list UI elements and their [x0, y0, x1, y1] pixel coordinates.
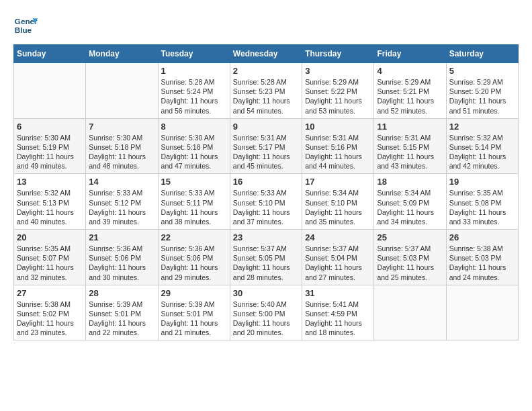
calendar-cell: 5Sunrise: 5:29 AM Sunset: 5:20 PM Daylig… [446, 63, 518, 119]
day-info: Sunrise: 5:28 AM Sunset: 5:24 PM Dayligh… [161, 77, 227, 116]
day-number: 3 [305, 66, 371, 76]
day-info: Sunrise: 5:33 AM Sunset: 5:12 PM Dayligh… [89, 188, 154, 226]
day-info: Sunrise: 5:28 AM Sunset: 5:23 PM Dayligh… [233, 77, 299, 116]
page-header: General Blue [13, 13, 519, 38]
calendar-cell: 27Sunrise: 5:38 AM Sunset: 5:02 PM Dayli… [14, 285, 86, 340]
day-number: 16 [233, 177, 299, 187]
calendar-header: SundayMondayTuesdayWednesdayThursdayFrid… [14, 45, 519, 63]
calendar-cell: 22Sunrise: 5:36 AM Sunset: 5:06 PM Dayli… [158, 230, 230, 285]
calendar-cell: 17Sunrise: 5:34 AM Sunset: 5:10 PM Dayli… [302, 174, 374, 230]
day-number: 10 [305, 122, 371, 132]
day-number: 12 [449, 122, 515, 132]
day-number: 20 [17, 232, 83, 242]
calendar-cell [446, 285, 518, 340]
week-row-3: 13Sunrise: 5:32 AM Sunset: 5:13 PM Dayli… [14, 174, 519, 230]
calendar-cell: 6Sunrise: 5:30 AM Sunset: 5:19 PM Daylig… [14, 118, 86, 174]
day-info: Sunrise: 5:34 AM Sunset: 5:10 PM Dayligh… [305, 188, 371, 226]
calendar-cell: 12Sunrise: 5:32 AM Sunset: 5:14 PM Dayli… [446, 118, 518, 174]
day-info: Sunrise: 5:38 AM Sunset: 5:03 PM Dayligh… [449, 244, 515, 282]
day-info: Sunrise: 5:31 AM Sunset: 5:17 PM Dayligh… [233, 133, 299, 171]
day-number: 18 [377, 177, 443, 187]
day-number: 23 [233, 232, 299, 242]
day-number: 7 [89, 122, 154, 132]
calendar-cell: 30Sunrise: 5:40 AM Sunset: 5:00 PM Dayli… [230, 285, 302, 340]
calendar-cell: 21Sunrise: 5:36 AM Sunset: 5:06 PM Dayli… [86, 230, 158, 285]
day-info: Sunrise: 5:32 AM Sunset: 5:14 PM Dayligh… [449, 133, 515, 171]
day-number: 30 [233, 288, 299, 298]
day-info: Sunrise: 5:29 AM Sunset: 5:20 PM Dayligh… [449, 77, 515, 116]
header-day-thursday: Thursday [302, 45, 374, 63]
day-number: 24 [305, 232, 371, 242]
day-info: Sunrise: 5:37 AM Sunset: 5:05 PM Dayligh… [233, 244, 299, 282]
calendar-cell: 20Sunrise: 5:35 AM Sunset: 5:07 PM Dayli… [14, 230, 86, 285]
day-number: 2 [233, 66, 299, 76]
calendar-cell: 24Sunrise: 5:37 AM Sunset: 5:04 PM Dayli… [302, 230, 374, 285]
week-row-2: 6Sunrise: 5:30 AM Sunset: 5:19 PM Daylig… [14, 118, 519, 174]
header-day-tuesday: Tuesday [158, 45, 230, 63]
day-number: 9 [233, 122, 299, 132]
day-number: 5 [449, 66, 515, 76]
day-number: 11 [377, 122, 443, 132]
day-number: 6 [17, 122, 83, 132]
calendar-table: SundayMondayTuesdayWednesdayThursdayFrid… [13, 44, 519, 340]
header-day-sunday: Sunday [14, 45, 86, 63]
day-info: Sunrise: 5:33 AM Sunset: 5:10 PM Dayligh… [233, 188, 299, 226]
day-info: Sunrise: 5:30 AM Sunset: 5:19 PM Dayligh… [17, 133, 83, 171]
day-number: 17 [305, 177, 371, 187]
calendar-cell: 19Sunrise: 5:35 AM Sunset: 5:08 PM Dayli… [446, 174, 518, 230]
calendar-cell: 26Sunrise: 5:38 AM Sunset: 5:03 PM Dayli… [446, 230, 518, 285]
calendar-cell [86, 63, 158, 119]
logo: General Blue [13, 13, 40, 38]
header-day-saturday: Saturday [446, 45, 518, 63]
calendar-cell: 1Sunrise: 5:28 AM Sunset: 5:24 PM Daylig… [158, 63, 230, 119]
day-number: 28 [89, 288, 154, 298]
calendar-cell: 9Sunrise: 5:31 AM Sunset: 5:17 PM Daylig… [230, 118, 302, 174]
calendar-cell: 16Sunrise: 5:33 AM Sunset: 5:10 PM Dayli… [230, 174, 302, 230]
day-info: Sunrise: 5:35 AM Sunset: 5:08 PM Dayligh… [449, 188, 515, 226]
calendar-cell: 13Sunrise: 5:32 AM Sunset: 5:13 PM Dayli… [14, 174, 86, 230]
calendar-cell: 31Sunrise: 5:41 AM Sunset: 4:59 PM Dayli… [302, 285, 374, 340]
day-number: 26 [449, 232, 515, 242]
calendar-body: 1Sunrise: 5:28 AM Sunset: 5:24 PM Daylig… [14, 63, 519, 340]
day-info: Sunrise: 5:31 AM Sunset: 5:16 PM Dayligh… [305, 133, 371, 171]
header-day-friday: Friday [374, 45, 446, 63]
day-info: Sunrise: 5:33 AM Sunset: 5:11 PM Dayligh… [161, 188, 227, 226]
day-info: Sunrise: 5:29 AM Sunset: 5:21 PM Dayligh… [377, 77, 443, 116]
day-info: Sunrise: 5:37 AM Sunset: 5:03 PM Dayligh… [377, 244, 443, 282]
calendar-cell: 4Sunrise: 5:29 AM Sunset: 5:21 PM Daylig… [374, 63, 446, 119]
header-row: SundayMondayTuesdayWednesdayThursdayFrid… [14, 45, 519, 63]
day-info: Sunrise: 5:32 AM Sunset: 5:13 PM Dayligh… [17, 188, 83, 226]
day-info: Sunrise: 5:31 AM Sunset: 5:15 PM Dayligh… [377, 133, 443, 171]
day-info: Sunrise: 5:41 AM Sunset: 4:59 PM Dayligh… [305, 300, 371, 338]
day-info: Sunrise: 5:29 AM Sunset: 5:22 PM Dayligh… [305, 77, 371, 116]
day-info: Sunrise: 5:35 AM Sunset: 5:07 PM Dayligh… [17, 244, 83, 282]
calendar-cell: 7Sunrise: 5:30 AM Sunset: 5:18 PM Daylig… [86, 118, 158, 174]
day-info: Sunrise: 5:36 AM Sunset: 5:06 PM Dayligh… [161, 244, 227, 282]
calendar-cell: 18Sunrise: 5:34 AM Sunset: 5:09 PM Dayli… [374, 174, 446, 230]
calendar-cell: 28Sunrise: 5:39 AM Sunset: 5:01 PM Dayli… [86, 285, 158, 340]
day-number: 27 [17, 288, 83, 298]
svg-text:Blue: Blue [15, 26, 32, 34]
day-number: 13 [17, 177, 83, 187]
day-number: 25 [377, 232, 443, 242]
day-number: 14 [89, 177, 154, 187]
day-number: 21 [89, 232, 154, 242]
day-info: Sunrise: 5:37 AM Sunset: 5:04 PM Dayligh… [305, 244, 371, 282]
day-number: 22 [161, 232, 227, 242]
day-info: Sunrise: 5:40 AM Sunset: 5:00 PM Dayligh… [233, 300, 299, 338]
logo-icon: General Blue [13, 13, 38, 38]
day-info: Sunrise: 5:36 AM Sunset: 5:06 PM Dayligh… [89, 244, 154, 282]
header-day-wednesday: Wednesday [230, 45, 302, 63]
day-number: 31 [305, 288, 371, 298]
calendar-cell: 15Sunrise: 5:33 AM Sunset: 5:11 PM Dayli… [158, 174, 230, 230]
calendar-cell: 10Sunrise: 5:31 AM Sunset: 5:16 PM Dayli… [302, 118, 374, 174]
day-info: Sunrise: 5:38 AM Sunset: 5:02 PM Dayligh… [17, 300, 83, 338]
day-number: 4 [377, 66, 443, 76]
day-number: 8 [161, 122, 227, 132]
day-info: Sunrise: 5:39 AM Sunset: 5:01 PM Dayligh… [89, 300, 154, 338]
calendar-cell: 11Sunrise: 5:31 AM Sunset: 5:15 PM Dayli… [374, 118, 446, 174]
calendar-cell: 14Sunrise: 5:33 AM Sunset: 5:12 PM Dayli… [86, 174, 158, 230]
calendar-cell: 2Sunrise: 5:28 AM Sunset: 5:23 PM Daylig… [230, 63, 302, 119]
calendar-cell [14, 63, 86, 119]
day-info: Sunrise: 5:30 AM Sunset: 5:18 PM Dayligh… [89, 133, 154, 171]
